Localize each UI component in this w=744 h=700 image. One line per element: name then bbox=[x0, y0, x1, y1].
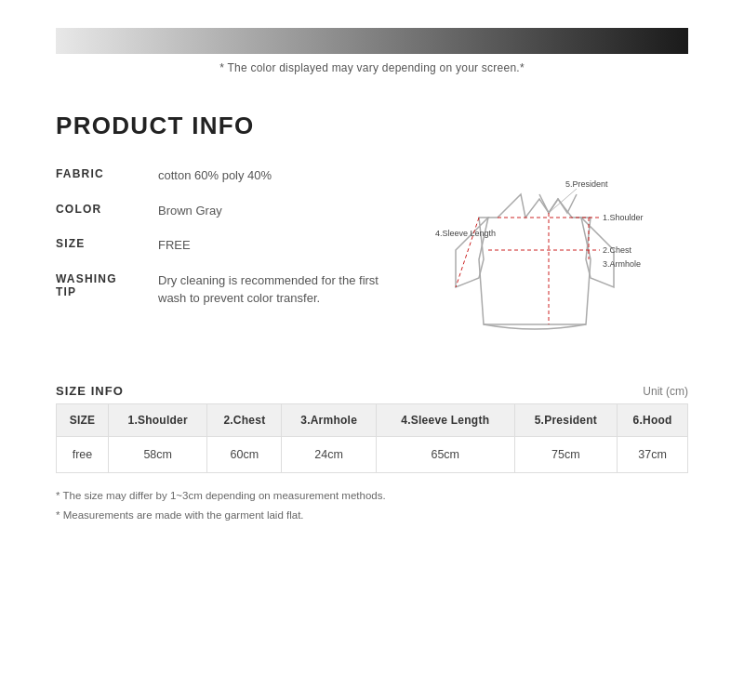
size-col-header: 6.Hood bbox=[618, 404, 688, 437]
info-value: cotton 60% poly 40% bbox=[158, 166, 272, 185]
svg-text:4.Sleeve Length: 4.Sleeve Length bbox=[435, 229, 496, 238]
table-cell: 65cm bbox=[376, 437, 514, 473]
size-info-title: SIZE INFO bbox=[56, 384, 124, 398]
size-notes: * The size may differ by 1~3cm depending… bbox=[56, 486, 688, 524]
size-col-header: 1.Shoulder bbox=[108, 404, 207, 437]
info-row: SIZE FREE bbox=[56, 236, 391, 255]
size-note: * Measurements are made with the garment… bbox=[56, 506, 688, 525]
info-label: SIZE bbox=[56, 236, 140, 250]
table-cell: 60cm bbox=[207, 437, 282, 473]
info-value: FREE bbox=[158, 236, 191, 255]
product-info-title: PRODUCT INFO bbox=[56, 112, 688, 140]
unit-label: Unit (cm) bbox=[643, 385, 688, 398]
size-table: SIZE1.Shoulder2.Chest3.Armhole4.Sleeve L… bbox=[56, 403, 688, 473]
size-col-header: 2.Chest bbox=[207, 404, 282, 437]
shirt-diagram: 5.President 4.Sleeve Length 5.President … bbox=[428, 166, 688, 356]
info-value: Brown Gray bbox=[158, 202, 222, 220]
info-layout: FABRIC cotton 60% poly 40% COLOR Brown G… bbox=[56, 166, 688, 356]
table-cell: 24cm bbox=[282, 437, 377, 473]
svg-text:3.Armhole: 3.Armhole bbox=[603, 259, 641, 269]
info-value: Dry cleaning is recommended for the firs… bbox=[158, 271, 391, 308]
table-cell: 37cm bbox=[618, 437, 688, 473]
size-info-section: SIZE INFO Unit (cm) SIZE1.Shoulder2.Ches… bbox=[0, 375, 744, 543]
size-col-header: 3.Armhole bbox=[282, 404, 377, 437]
table-cell: free bbox=[57, 437, 109, 473]
table-row: free58cm60cm24cm65cm75cm37cm bbox=[57, 437, 688, 473]
size-table-head: SIZE1.Shoulder2.Chest3.Armhole4.Sleeve L… bbox=[57, 404, 688, 437]
size-col-header: 5.President bbox=[514, 404, 618, 437]
size-col-header: SIZE bbox=[57, 404, 109, 437]
size-note: * The size may differ by 1~3cm depending… bbox=[56, 486, 688, 506]
info-row: WASHING TIP Dry cleaning is recommended … bbox=[56, 271, 391, 308]
svg-text:2.Chest: 2.Chest bbox=[603, 245, 632, 255]
table-cell: 75cm bbox=[514, 437, 618, 473]
color-note: * The color displayed may vary depending… bbox=[56, 61, 688, 74]
info-row: COLOR Brown Gray bbox=[56, 202, 391, 220]
product-info-section: PRODUCT INFO FABRIC cotton 60% poly 40% … bbox=[0, 84, 744, 375]
info-label: FABRIC bbox=[56, 166, 140, 180]
info-label: COLOR bbox=[56, 202, 140, 216]
svg-line-13 bbox=[549, 189, 577, 213]
svg-text:1.Shoulder: 1.Shoulder bbox=[603, 213, 644, 222]
info-row: FABRIC cotton 60% poly 40% bbox=[56, 166, 391, 185]
info-label: WASHING TIP bbox=[56, 271, 140, 298]
color-gradient-bar bbox=[56, 28, 688, 54]
size-table-header-row: SIZE1.Shoulder2.Chest3.Armhole4.Sleeve L… bbox=[57, 404, 688, 437]
table-cell: 58cm bbox=[108, 437, 207, 473]
svg-text:5.President: 5.President bbox=[565, 179, 608, 189]
info-table: FABRIC cotton 60% poly 40% COLOR Brown G… bbox=[56, 166, 391, 324]
color-bar-section: * The color displayed may vary depending… bbox=[0, 0, 744, 84]
size-col-header: 4.Sleeve Length bbox=[376, 404, 514, 437]
size-table-body: free58cm60cm24cm65cm75cm37cm bbox=[57, 437, 688, 473]
size-info-header: SIZE INFO Unit (cm) bbox=[56, 384, 688, 398]
